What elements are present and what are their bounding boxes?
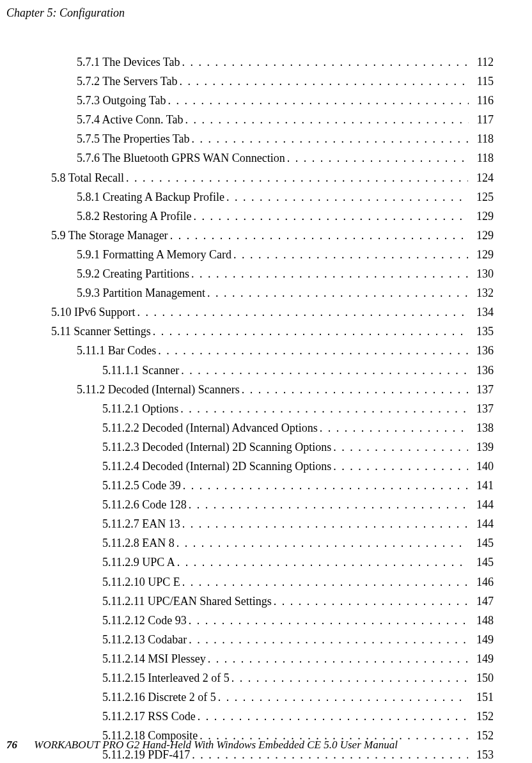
toc-entry-page: 138 — [470, 420, 494, 436]
toc-entry-label: 5.8.1 Creating A Backup Profile — [77, 189, 224, 205]
toc-entry[interactable]: 5.7.4 Active Conn. Tab117 — [38, 111, 494, 128]
toc-entry-page: 151 — [470, 689, 494, 705]
toc-leader — [181, 362, 468, 379]
toc-entry-label: 5.11.2.5 Code 39 — [102, 477, 181, 494]
toc-entry[interactable]: 5.11.2.12 Code 93148 — [38, 612, 494, 629]
toc-entry[interactable]: 5.11.1 Bar Codes136 — [38, 342, 494, 359]
toc-entry[interactable]: 5.7.1 The Devices Tab112 — [38, 54, 494, 70]
toc-entry-label: 5.11.2.3 Decoded (Internal) 2D Scanning … — [102, 439, 331, 455]
toc-entry-page: 150 — [470, 670, 494, 686]
toc-entry-page: 115 — [471, 73, 494, 90]
toc-entry-label: 5.11.1.1 Scanner — [102, 362, 179, 379]
toc-leader — [180, 400, 468, 417]
toc-entry[interactable]: 5.11.2.15 Interleaved 2 of 5150 — [38, 670, 494, 686]
toc-entry[interactable]: 5.8.2 Restoring A Profile129 — [38, 208, 494, 224]
toc-entry[interactable]: 5.11.2.4 Decoded (Internal) 2D Scanning … — [38, 458, 494, 475]
toc-leader — [189, 496, 468, 513]
toc-leader — [183, 477, 468, 494]
toc-entry-page: 137 — [470, 381, 494, 398]
toc-entry[interactable]: 5.8.1 Creating A Backup Profile125 — [38, 189, 494, 205]
toc-entry-page: 141 — [470, 477, 494, 494]
toc-entry-page: 153 — [470, 746, 494, 763]
toc-entry-label: 5.7.5 The Properties Tab — [77, 130, 190, 147]
toc-entry[interactable]: 5.11.2.2 Decoded (Internal) Advanced Opt… — [38, 420, 494, 436]
toc-entry[interactable]: 5.9.1 Formatting A Memory Card129 — [38, 246, 494, 263]
toc-entry-page: 137 — [470, 400, 494, 417]
toc-entry-label: 5.8 Total Recall — [51, 169, 124, 186]
toc-leader — [185, 111, 468, 128]
toc-entry-label: 5.7.6 The Bluetooth GPRS WAN Connection — [77, 150, 285, 166]
toc-entry-page: 112 — [471, 54, 494, 70]
toc-entry[interactable]: 5.11.2.1 Options137 — [38, 400, 494, 417]
toc-leader — [191, 265, 468, 282]
toc-entry[interactable]: 5.11.2.7 EAN 13144 — [38, 515, 494, 532]
toc-leader — [226, 189, 468, 205]
toc-leader — [158, 342, 468, 359]
toc-entry[interactable]: 5.11.2.11 UPC/EAN Shared Settings147 — [38, 593, 494, 610]
toc-entry[interactable]: 5.7.3 Outgoing Tab116 — [38, 92, 494, 109]
toc-entry[interactable]: 5.11.2.10 UPC E146 — [38, 574, 494, 590]
toc-entry[interactable]: 5.7.6 The Bluetooth GPRS WAN Connection1… — [38, 150, 494, 166]
toc-entry-page: 134 — [470, 304, 494, 320]
toc-entry-page: 136 — [470, 342, 494, 359]
toc-entry-page: 139 — [470, 439, 494, 455]
toc-leader — [176, 535, 468, 551]
toc-entry-label: 5.9.3 Partition Management — [77, 285, 205, 301]
toc-leader — [333, 439, 468, 455]
toc-entry-label: 5.11.2.10 UPC E — [102, 574, 180, 590]
toc-entry[interactable]: 5.11.2.3 Decoded (Internal) 2D Scanning … — [38, 439, 494, 455]
toc-entry-label: 5.10 IPv6 Support — [51, 304, 136, 320]
toc-entry[interactable]: 5.11.2.8 EAN 8145 — [38, 535, 494, 551]
toc-entry[interactable]: 5.11.2.5 Code 39141 — [38, 477, 494, 494]
toc-entry[interactable]: 5.9.2 Creating Partitions130 — [38, 265, 494, 282]
toc-leader — [207, 285, 468, 301]
toc-entry-label: 5.11.2.7 EAN 13 — [102, 515, 180, 532]
toc-entry[interactable]: 5.7.2 The Servers Tab115 — [38, 73, 494, 90]
toc-leader — [189, 612, 468, 629]
footer-text: WORKABOUT PRO G2 Hand-Held With Windows … — [34, 739, 398, 751]
toc-entry[interactable]: 5.11.1.1 Scanner136 — [38, 362, 494, 379]
toc-entry[interactable]: 5.8 Total Recall124 — [38, 169, 494, 186]
toc-entry[interactable]: 5.9 The Storage Manager129 — [38, 227, 494, 244]
toc-entry-page: 147 — [470, 593, 494, 610]
toc-entry-page: 117 — [471, 111, 494, 128]
toc-entry-label: 5.11.2 Decoded (Internal) Scanners — [77, 381, 240, 398]
toc-leader — [180, 73, 469, 90]
toc-entry[interactable]: 5.11.2.16 Discrete 2 of 5151 — [38, 689, 494, 705]
page: Chapter 5: Configuration 5.7.1 The Devic… — [0, 0, 532, 763]
toc-entry-page: 124 — [470, 169, 494, 186]
toc-entry[interactable]: 5.11 Scanner Settings135 — [38, 323, 494, 340]
page-footer: 76 WORKABOUT PRO G2 Hand-Held With Windo… — [6, 739, 398, 751]
toc-entry-page: 118 — [471, 130, 494, 147]
toc-entry-label: 5.11.2.12 Code 93 — [102, 612, 187, 629]
toc-entry[interactable]: 5.11.2 Decoded (Internal) Scanners137 — [38, 381, 494, 398]
toc-leader — [182, 54, 469, 70]
toc-leader — [233, 246, 468, 263]
toc-entry-page: 144 — [470, 496, 494, 513]
toc-entry-page: 136 — [470, 362, 494, 379]
toc-entry[interactable]: 5.11.2.14 MSI Plessey149 — [38, 650, 494, 667]
toc-entry-label: 5.7.1 The Devices Tab — [77, 54, 180, 70]
toc-entry[interactable]: 5.10 IPv6 Support134 — [38, 304, 494, 320]
toc-leader — [242, 381, 468, 398]
toc-container: 5.7.1 The Devices Tab1125.7.2 The Server… — [38, 51, 494, 763]
toc-leader — [208, 650, 468, 667]
toc-entry-label: 5.11.2.8 EAN 8 — [102, 535, 175, 551]
toc-entry[interactable]: 5.11.2.6 Code 128144 — [38, 496, 494, 513]
toc-entry[interactable]: 5.7.5 The Properties Tab118 — [38, 130, 494, 147]
toc-leader — [194, 208, 469, 224]
toc-entry[interactable]: 5.11.2.17 RSS Code152 — [38, 708, 494, 725]
toc-entry-label: 5.11 Scanner Settings — [51, 323, 151, 340]
toc-entry-page: 129 — [470, 227, 494, 244]
toc-entry-label: 5.11.2.4 Decoded (Internal) 2D Scanning … — [102, 458, 331, 475]
toc-entry-page: 145 — [470, 554, 494, 570]
toc-leader — [168, 92, 468, 109]
toc-entry[interactable]: 5.9.3 Partition Management132 — [38, 285, 494, 301]
toc-entry[interactable]: 5.11.2.13 Codabar149 — [38, 631, 494, 648]
toc-entry-label: 5.7.3 Outgoing Tab — [77, 92, 166, 109]
toc-entry[interactable]: 5.11.2.9 UPC A145 — [38, 554, 494, 570]
toc-entry-page: 130 — [470, 265, 494, 282]
toc-entry-label: 5.11.2.14 MSI Plessey — [102, 650, 206, 667]
toc-entry-page: 140 — [470, 458, 494, 475]
toc-entry-label: 5.11.2.6 Code 128 — [102, 496, 187, 513]
